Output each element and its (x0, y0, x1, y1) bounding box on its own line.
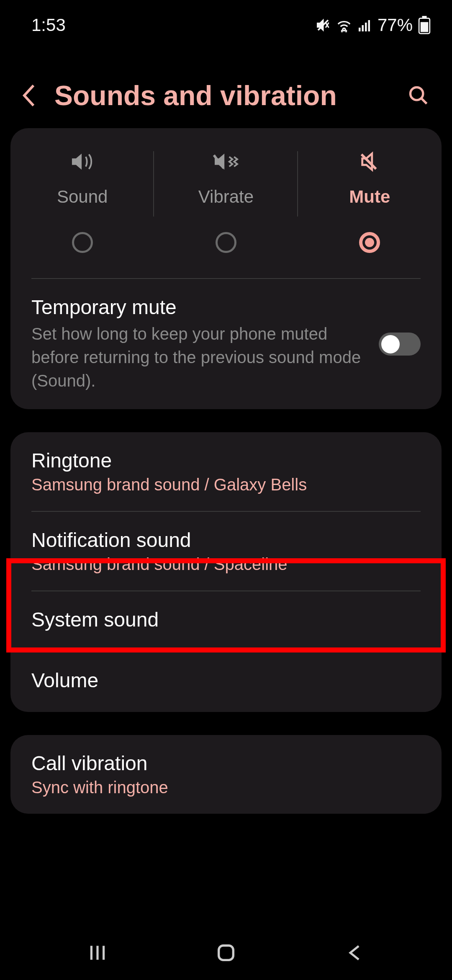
navigation-bar (0, 926, 452, 980)
svg-line-9 (421, 98, 427, 104)
volume-row[interactable]: Volume (10, 652, 442, 712)
ringtone-value: Samsung brand sound / Galaxy Bells (31, 475, 421, 494)
battery-percentage: 77% (378, 15, 413, 35)
sound-icon (69, 149, 96, 174)
system-sound-row[interactable]: System sound (10, 591, 442, 651)
nav-home-button[interactable] (209, 936, 243, 970)
notification-value: Samsung brand sound / Spaceline (31, 555, 421, 574)
mode-option-sound[interactable]: Sound (10, 149, 154, 253)
temporary-mute-description: Set how long to keep your phone muted be… (31, 322, 366, 392)
nav-recents-button[interactable] (81, 936, 114, 970)
temporary-mute-toggle[interactable] (379, 333, 421, 356)
svg-rect-4 (368, 20, 370, 31)
svg-rect-3 (365, 23, 367, 31)
home-icon (215, 942, 237, 964)
temporary-mute-row[interactable]: Temporary mute Set how long to keep your… (10, 279, 442, 409)
sound-mode-card: Sound Vibrate (10, 128, 442, 409)
page-title: Sounds and vibration (54, 80, 393, 111)
svg-rect-1 (359, 28, 361, 31)
temporary-mute-title: Temporary mute (31, 296, 366, 319)
search-button[interactable] (406, 83, 431, 108)
radio-vibrate[interactable] (216, 232, 236, 253)
settings-content: Sound Vibrate (0, 128, 452, 814)
notification-sound-row[interactable]: Notification sound Samsung brand sound /… (10, 512, 442, 591)
call-vibration-title: Call vibration (31, 752, 421, 775)
sounds-card: Ringtone Samsung brand sound / Galaxy Be… (10, 432, 442, 712)
sound-mode-selector: Sound Vibrate (10, 128, 442, 270)
ringtone-row[interactable]: Ringtone Samsung brand sound / Galaxy Be… (10, 432, 442, 511)
mode-label-mute: Mute (349, 187, 390, 207)
svg-rect-2 (362, 25, 364, 31)
signal-icon (357, 18, 372, 33)
status-time: 1:53 (31, 15, 66, 35)
mode-label-sound: Sound (57, 187, 108, 207)
status-icons: 77% (316, 15, 431, 35)
battery-icon (418, 16, 431, 34)
search-icon (408, 85, 429, 106)
notification-title: Notification sound (31, 529, 421, 552)
chevron-left-icon (21, 83, 38, 108)
call-vibration-value: Sync with ringtone (31, 778, 421, 797)
vibration-card: Call vibration Sync with ringtone (10, 735, 442, 814)
back-button[interactable] (17, 83, 42, 108)
mute-mode-icon (357, 149, 382, 174)
nav-back-button[interactable] (338, 936, 371, 970)
nav-back-icon (346, 942, 363, 963)
svg-rect-7 (421, 22, 428, 32)
mode-option-mute[interactable]: Mute (298, 149, 442, 253)
ringtone-title: Ringtone (31, 449, 421, 472)
call-vibration-row[interactable]: Call vibration Sync with ringtone (10, 735, 442, 814)
wifi-icon (336, 18, 352, 33)
mode-label-vibrate: Vibrate (198, 187, 254, 207)
header: Sounds and vibration (0, 42, 452, 128)
vibrate-icon (212, 149, 240, 174)
radio-mute[interactable] (359, 232, 380, 253)
recents-icon (87, 942, 108, 963)
mute-icon (316, 18, 331, 33)
system-sound-title: System sound (31, 608, 421, 631)
svg-point-8 (411, 88, 423, 100)
volume-title: Volume (31, 669, 421, 692)
svg-rect-15 (219, 946, 234, 960)
status-bar: 1:53 77% (0, 0, 452, 42)
radio-sound[interactable] (72, 232, 93, 253)
mode-option-vibrate[interactable]: Vibrate (154, 149, 298, 253)
